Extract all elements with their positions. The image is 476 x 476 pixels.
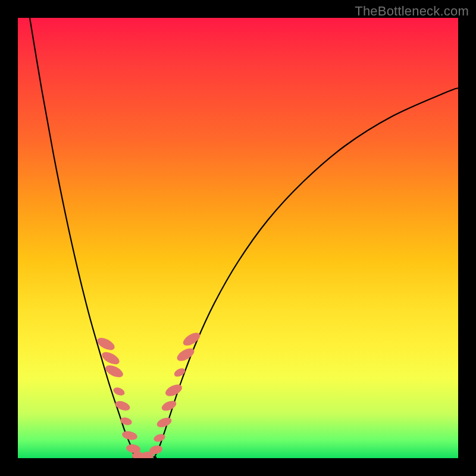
bead xyxy=(114,399,131,412)
bead xyxy=(112,386,126,397)
bottleneck-curve xyxy=(18,18,458,458)
v-curve-path xyxy=(30,18,458,458)
bead xyxy=(121,430,138,441)
bead xyxy=(173,367,186,378)
bead-group xyxy=(95,330,202,458)
watermark-text: TheBottleneck.com xyxy=(355,4,469,19)
bead xyxy=(181,330,202,349)
bead xyxy=(120,416,133,426)
chart-frame xyxy=(18,18,458,458)
bead xyxy=(155,416,173,430)
